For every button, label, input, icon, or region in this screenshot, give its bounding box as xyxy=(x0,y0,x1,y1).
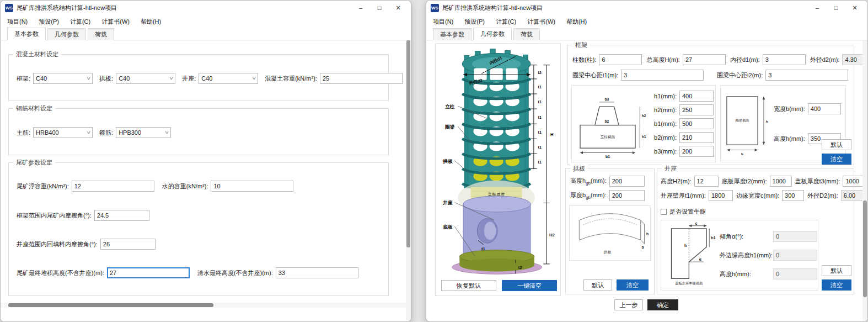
frame-group: 框架 柱数(柱): 总高度H(m): 内径d1(m): 外径d2(m): 圈梁中… xyxy=(567,45,854,165)
column-section-caption: 立柱截面 xyxy=(601,135,615,139)
clearwater-final-height-input[interactable] xyxy=(276,267,358,278)
frame-clear-button[interactable]: 清空 xyxy=(822,154,851,165)
corbel-checkbox-label: 是否设置牛腿 xyxy=(669,208,706,216)
menu-presets[interactable]: 预设(P) xyxy=(464,18,485,26)
edge-width-input[interactable] xyxy=(782,190,804,201)
minimize-icon[interactable]: – xyxy=(351,2,370,14)
outer-diameter-D2-label: 外径D2(m): xyxy=(807,192,838,200)
water-density-input[interactable] xyxy=(211,181,293,192)
vertical-scroll-thumb[interactable] xyxy=(863,200,867,297)
concrete-density-input[interactable] xyxy=(320,73,403,84)
ring-beam-spacing-i2-input[interactable] xyxy=(765,70,848,81)
frame-friction-angle-input[interactable] xyxy=(94,210,149,221)
i1-dim-label: i1 xyxy=(538,85,542,89)
vertical-scrollbar[interactable] xyxy=(406,40,411,322)
buoyant-density-input[interactable] xyxy=(72,181,154,192)
main-rebar-select[interactable]: HRB400 ˅ xyxy=(33,127,93,138)
tab-geometry-params[interactable]: 几何参数 xyxy=(47,28,86,40)
arch-h-dim-label: h xyxy=(646,232,649,236)
confirm-button[interactable]: 确定 xyxy=(647,299,678,310)
h1-input[interactable] xyxy=(679,91,714,102)
cover-thickness-input[interactable] xyxy=(843,176,865,187)
main-rebar-label: 主筋: xyxy=(17,129,30,137)
t1-label: t1 xyxy=(481,246,486,251)
arch-thickness-label: 厚度bgb(mm): xyxy=(570,191,607,200)
columns-count-input[interactable] xyxy=(599,54,642,65)
inner-diameter-d1-input[interactable] xyxy=(763,54,806,65)
alpha-dim-label: α xyxy=(699,257,702,261)
group-title: 钢筋材料设定 xyxy=(13,104,55,113)
tailings-final-height-label: 尾矿最终堆积高度(不含井座)(m): xyxy=(17,269,104,277)
tab-basic-params[interactable]: 基本参数 xyxy=(7,28,46,40)
menu-help[interactable]: 帮助(H) xyxy=(566,18,587,26)
arch-thickness-input[interactable] xyxy=(609,190,645,201)
tailings-final-height-input[interactable] xyxy=(107,267,190,278)
ring-beam-spacing-i2-label: 圈梁中心距i2(m): xyxy=(717,71,763,80)
clearwater-final-height-label: 清水最终高度(不含井座)(m): xyxy=(197,269,273,277)
b3-input[interactable] xyxy=(679,146,714,157)
maximize-icon[interactable]: □ xyxy=(827,2,845,14)
menu-help[interactable]: 帮助(H) xyxy=(141,18,161,26)
stirrup-rebar-select[interactable]: HPB300 ˅ xyxy=(116,127,171,138)
arch-default-button[interactable]: 默认 xyxy=(583,279,612,291)
ring-beam-spacing-i1-input[interactable] xyxy=(621,70,704,81)
maximize-icon[interactable]: □ xyxy=(370,2,389,14)
tab-loads[interactable]: 荷载 xyxy=(88,28,114,40)
arch-clear-button[interactable]: 清空 xyxy=(617,279,649,291)
h2-input[interactable] xyxy=(679,104,714,115)
clear-all-button[interactable]: 一键清空 xyxy=(502,280,557,291)
corbel-height-input xyxy=(773,268,817,279)
menu-report[interactable]: 计算书(W) xyxy=(101,18,130,26)
b2-input[interactable] xyxy=(679,132,714,143)
arch-height-input[interactable] xyxy=(609,176,645,187)
close-icon[interactable]: ✕ xyxy=(389,2,408,14)
chevron-down-icon: ˅ xyxy=(87,130,90,135)
frame-default-button[interactable]: 默认 xyxy=(822,139,851,150)
corbel-angle-input xyxy=(773,231,817,242)
minimize-icon[interactable]: – xyxy=(808,2,827,14)
beam-width-input[interactable] xyxy=(808,103,841,114)
concrete-material-group: 混凝土材料设定 框架: C40 ˅ 拱板: C40 ˅ 井座: C40 xyxy=(8,54,389,101)
inner-diameter-d1-label: 内径d1(m): xyxy=(730,56,760,64)
corbel-diagram: c h1 h α 盖板支座牛腿截面 xyxy=(661,222,719,288)
basic-params-page: 混凝土材料设定 框架: C40 ˅ 拱板: C40 ˅ 井座: C40 xyxy=(1,40,411,322)
corbel-caption: 盖板支座牛腿截面 xyxy=(675,281,703,286)
chevron-down-icon: ˅ xyxy=(165,130,169,135)
frame-concrete-select[interactable]: C40 ˅ xyxy=(33,73,93,84)
tab-geometry-params[interactable]: 几何参数 xyxy=(473,28,512,40)
seat-wall-thickness-label: 井座壁厚t1(mm): xyxy=(661,192,706,200)
group-title: 尾矿参数设定 xyxy=(13,159,55,167)
horizontal-scrollbar[interactable] xyxy=(1,303,406,308)
horizontal-scroll-thumb[interactable] xyxy=(8,303,213,307)
vertical-scrollbar[interactable] xyxy=(862,40,867,322)
i1-dim-label: i1 xyxy=(538,115,542,120)
close-icon[interactable]: ✕ xyxy=(845,2,864,14)
menu-calculate[interactable]: 计算(C) xyxy=(496,18,516,26)
seat-clear-button[interactable]: 清空 xyxy=(822,279,851,291)
previous-step-button[interactable]: 上一步 xyxy=(614,299,643,310)
seat-concrete-select[interactable]: C40 ˅ xyxy=(199,73,258,84)
menu-project[interactable]: 项目(N) xyxy=(433,18,453,26)
menu-presets[interactable]: 预设(P) xyxy=(39,18,59,26)
restore-default-button[interactable]: 恢复默认 xyxy=(441,280,496,291)
cover-thickness-input-label: 盖板厚度t3(mm): xyxy=(795,177,840,186)
arch-concrete-select[interactable]: C40 ˅ xyxy=(116,73,175,84)
total-height-input[interactable] xyxy=(683,54,726,65)
frame-friction-angle-label: 框架范围内尾矿内摩擦角(°): xyxy=(17,212,92,220)
tab-loads[interactable]: 荷载 xyxy=(513,28,540,40)
seat-friction-angle-input[interactable] xyxy=(100,239,156,250)
window-geometry-params: WS 尾矿库排洪系统结构计算-htl-new项目 – □ ✕ 项目(N) 预设(… xyxy=(426,0,868,322)
menu-report[interactable]: 计算书(W) xyxy=(527,18,555,26)
corbel-checkbox[interactable] xyxy=(661,209,667,215)
menu-calculate[interactable]: 计算(C) xyxy=(70,18,90,26)
b1-input[interactable] xyxy=(679,118,714,129)
seat-wall-thickness-input[interactable] xyxy=(709,190,733,201)
group-title: 框架 xyxy=(572,41,590,49)
base-thickness-input[interactable] xyxy=(770,176,792,187)
menu-project[interactable]: 项目(N) xyxy=(7,18,28,26)
seat-default-button[interactable]: 默认 xyxy=(822,265,851,276)
vertical-scroll-thumb[interactable] xyxy=(406,40,410,247)
tab-basic-params[interactable]: 基本参数 xyxy=(433,28,471,40)
beam-section-caption: 圈梁截面 xyxy=(736,118,749,123)
seat-height-input[interactable] xyxy=(694,176,719,187)
